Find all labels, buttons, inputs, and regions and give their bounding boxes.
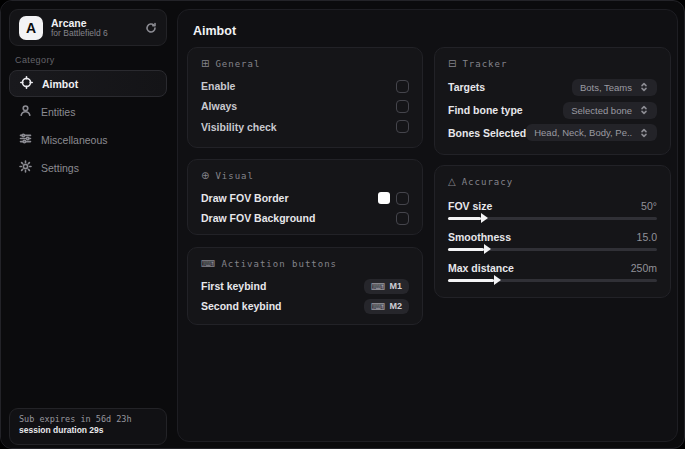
second-keybind-button[interactable]: ⌨ M2 [364,299,409,314]
first-keybind-value: M1 [389,281,402,291]
app-logo: A [19,16,43,40]
activation-card-title: Activation buttons [221,259,337,269]
category-label: Category [15,55,55,65]
logo-card: A Arcane for Battlefield 6 [9,9,167,46]
fov-size-value: 50° [641,200,657,212]
first-keybind-row: First keybind ⌨ M1 [201,276,409,296]
entities-icon [19,104,32,119]
smoothness-value: 15.0 [637,231,657,243]
max-distance-slider[interactable] [448,279,657,282]
second-keybind-value: M2 [389,301,402,311]
max-distance-slider-group: Max distance 250m [448,256,657,287]
expand-icon [639,105,649,115]
always-row: Always [201,96,409,116]
grid-icon: ⊞ [201,58,209,69]
second-keybind-row: Second keybind ⌨ M2 [201,296,409,316]
sidebar: A Arcane for Battlefield 6 Category Aimb… [1,1,175,448]
always-checkbox[interactable] [396,100,409,113]
general-card: ⊞ General Enable Always Visibility check [187,47,423,148]
slider-thumb[interactable] [481,213,488,223]
tracker-card-title: Tracker [462,59,507,69]
sub-expiry-text: Sub expires in 56d 23h [19,414,157,425]
sidebar-item-settings[interactable]: Settings [9,154,167,181]
bones-selected-value: Head, Neck, Body, Pe.. [534,127,632,138]
max-distance-value: 250m [631,262,657,274]
sidebar-nav: Aimbot Entities Miscellaneous Settings [9,70,167,182]
sidebar-item-miscellaneous[interactable]: Miscellaneous [9,126,167,153]
visibility-check-checkbox[interactable] [396,120,409,133]
slider-thumb[interactable] [484,244,491,254]
draw-fov-background-checkbox[interactable] [396,212,409,225]
enable-row: Enable [201,76,409,96]
targets-value: Bots, Teams [580,82,632,93]
visual-card: ⊕ Visual Draw FOV Border Draw FOV Backgr… [187,159,423,235]
general-card-title: General [215,59,260,69]
find-bone-type-value: Selected bone [571,105,632,116]
tracker-icon: ⊟ [448,58,456,69]
draw-fov-border-row: Draw FOV Border [201,188,409,208]
sidebar-item-label: Entities [41,106,75,118]
tracker-card: ⊟ Tracker Targets Bots, Teams Find bone … [434,47,671,155]
visibility-check-row: Visibility check [201,117,409,137]
draw-fov-background-row: Draw FOV Background [201,208,409,228]
sidebar-item-label: Aimbot [42,78,78,90]
targets-select[interactable]: Bots, Teams [572,79,657,96]
crosshair-icon [20,76,33,91]
keyboard-icon: ⌨ [201,258,215,269]
sidebar-item-aimbot[interactable]: Aimbot [9,70,167,97]
expand-icon [639,82,649,92]
draw-fov-border-checkbox[interactable] [396,192,409,205]
smoothness-slider-group: Smoothness 15.0 [448,225,657,256]
app-window: A Arcane for Battlefield 6 Category Aimb… [0,0,685,449]
accuracy-card: △ Accuracy FOV size 50° Smoothness 15.0 [434,165,671,298]
sliders-icon [19,132,32,147]
slider-thumb[interactable] [494,275,501,285]
keyboard-icon: ⌨ [371,281,385,292]
refresh-icon[interactable] [145,22,157,34]
subscription-card: Sub expires in 56d 23h session duration … [9,408,167,445]
app-name: Arcane [51,17,137,29]
sidebar-item-label: Miscellaneous [41,134,108,146]
app-subtitle: for Battlefield 6 [51,29,137,39]
page-title: Aimbot [193,24,236,38]
triangle-icon: △ [448,176,456,187]
main-panel: Aimbot ⊞ General Enable Always Visibilit… [177,9,678,442]
activation-buttons-card: ⌨ Activation buttons First keybind ⌨ M1 … [187,247,423,325]
gear-icon [19,160,32,175]
bones-selected-select[interactable]: Head, Neck, Body, Pe.. [526,124,657,141]
keyboard-icon: ⌨ [371,301,385,312]
find-bone-type-select[interactable]: Selected bone [563,102,657,119]
enable-checkbox[interactable] [396,80,409,93]
fov-border-color-swatch[interactable] [378,192,390,204]
find-bone-type-row: Find bone type Selected bone [448,99,657,122]
bones-selected-row: Bones Selected Head, Neck, Body, Pe.. [448,121,657,144]
fov-size-slider-group: FOV size 50° [448,194,657,225]
sidebar-item-entities[interactable]: Entities [9,98,167,125]
sidebar-item-label: Settings [41,162,79,174]
accuracy-card-title: Accuracy [462,177,513,187]
visual-icon: ⊕ [201,170,209,181]
targets-row: Targets Bots, Teams [448,76,657,99]
first-keybind-button[interactable]: ⌨ M1 [364,279,409,294]
cursor-mark [673,0,685,5]
expand-icon [639,128,649,138]
visual-card-title: Visual [215,171,254,181]
session-duration-text: session duration 29s [19,425,157,436]
smoothness-slider[interactable] [448,248,657,251]
fov-size-slider[interactable] [448,217,657,220]
